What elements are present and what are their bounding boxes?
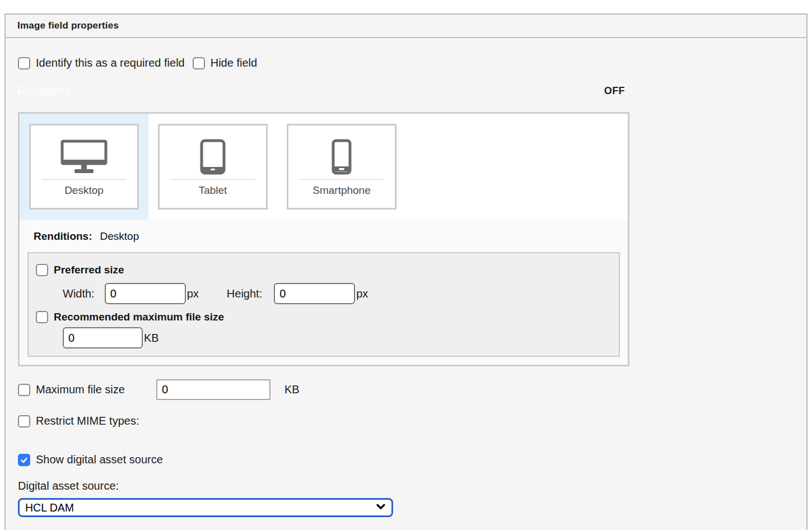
hide-field-label: Hide field — [211, 57, 257, 69]
smartphone-card[interactable]: Smartphone — [287, 124, 396, 210]
digital-asset-source-wrap: HCL DAM — [18, 498, 393, 517]
device-label: Desktop — [64, 184, 104, 197]
detail-selected-device: Desktop — [100, 230, 139, 242]
restrict-mime-row: Restrict MIME types: — [18, 415, 794, 427]
card-divider — [171, 179, 255, 180]
renditions-toggle-state[interactable]: OFF — [604, 85, 625, 97]
max-file-size-checkbox[interactable] — [18, 384, 30, 396]
field-flags-row: Identify this as a required field Hide f… — [18, 57, 794, 69]
width-height-row: Width: px Height: px — [63, 283, 612, 304]
restrict-mime-label: Restrict MIME types: — [36, 415, 139, 427]
max-file-size-input[interactable] — [156, 379, 270, 400]
height-label: Height: — [227, 287, 262, 300]
tablet-card[interactable]: Tablet — [158, 124, 268, 210]
required-field-group: Identify this as a required field — [18, 57, 185, 69]
width-input[interactable] — [105, 283, 186, 304]
device-card-desktop[interactable]: Desktop — [20, 114, 148, 220]
detail-title-label: Renditions: — [34, 230, 92, 242]
tablet-icon — [200, 139, 226, 175]
device-cards-row: Desktop Tablet — [20, 114, 628, 220]
show-asset-source-row: Show digital asset source — [18, 453, 794, 466]
show-asset-source-checkbox[interactable] — [18, 454, 30, 466]
device-label: Smartphone — [312, 184, 371, 197]
page-title: Image field properties — [17, 20, 119, 31]
height-input[interactable] — [274, 283, 355, 304]
width-label: Width: — [63, 287, 95, 300]
renditions-header-row: Renditions: OFF — [18, 85, 629, 97]
recommended-size-row: Recommended maximum file size — [36, 311, 612, 323]
device-label: Tablet — [199, 184, 227, 197]
card-divider — [300, 179, 384, 180]
card-divider — [42, 179, 126, 180]
max-file-size-label: Maximum file size — [36, 383, 125, 396]
smartphone-icon — [332, 139, 352, 175]
renditions-panel: Desktop Tablet — [18, 112, 629, 366]
show-asset-source-label: Show digital asset source — [36, 453, 163, 466]
recommended-size-input[interactable] — [63, 327, 143, 348]
recommended-size-checkbox[interactable] — [36, 311, 48, 323]
hide-field-group: Hide field — [193, 57, 257, 69]
desktop-icon — [60, 139, 108, 175]
renditions-detail-title: Renditions:Desktop — [34, 230, 620, 243]
digital-asset-source-select[interactable]: HCL DAM — [18, 498, 393, 517]
height-unit: px — [356, 287, 368, 300]
required-field-checkbox[interactable] — [18, 57, 30, 69]
hide-field-checkbox[interactable] — [193, 57, 205, 69]
max-file-size-unit: KB — [284, 383, 300, 396]
size-options-panel: Preferred size Width: px Height: px — [27, 252, 620, 357]
device-card-tablet[interactable]: Tablet — [148, 114, 277, 220]
width-unit: px — [187, 287, 199, 300]
max-file-size-row: Maximum file size KB — [18, 379, 794, 400]
image-field-properties-panel: Image field properties Identify this as … — [4, 13, 808, 530]
recommended-unit: KB — [144, 332, 159, 345]
required-field-label: Identify this as a required field — [36, 57, 185, 69]
desktop-card[interactable]: Desktop — [29, 124, 139, 210]
check-icon — [20, 455, 29, 464]
recommended-kb-row: KB — [63, 327, 612, 348]
digital-asset-source-label: Digital asset source: — [18, 480, 794, 492]
restrict-mime-checkbox[interactable] — [18, 415, 30, 427]
device-card-smartphone[interactable]: Smartphone — [277, 114, 406, 220]
preferred-size-label: Preferred size — [54, 264, 124, 276]
renditions-detail-section: Renditions:Desktop Preferred size Width:… — [20, 220, 628, 365]
renditions-faint-label: Renditions: — [18, 85, 74, 97]
recommended-size-label: Recommended maximum file size — [54, 311, 224, 323]
preferred-size-checkbox[interactable] — [36, 264, 48, 276]
panel-header: Image field properties — [6, 15, 806, 38]
preferred-size-row: Preferred size — [36, 264, 612, 276]
